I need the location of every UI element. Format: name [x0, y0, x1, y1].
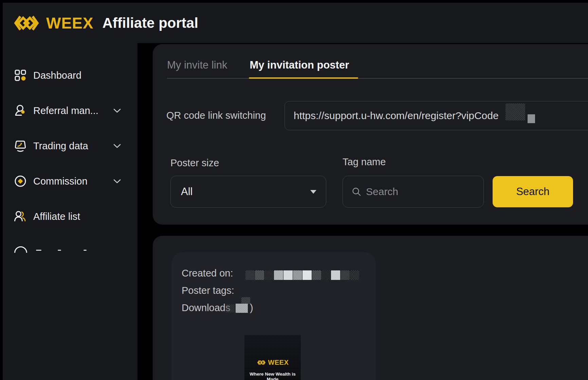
redacted-count-block-gray: [236, 304, 248, 313]
tab-my-invite-link[interactable]: My invite link: [167, 59, 227, 71]
poster-size-value: All: [181, 186, 310, 198]
partial-label-fragment: [36, 250, 41, 251]
app-header: WEEX Affiliate portal: [3, 3, 588, 43]
sidebar-item-label: Trading data: [33, 140, 113, 152]
sidebar-item-trading-data[interactable]: Trading data: [14, 137, 129, 155]
poster-tagline: Where New Wealth is Made: [244, 372, 301, 380]
redacted-count-blur: [226, 304, 235, 312]
tag-name-label: Tag name: [343, 156, 386, 168]
search-icon: [352, 187, 361, 196]
search-button[interactable]: Search: [493, 176, 573, 207]
poster-thumbnail[interactable]: WEEX Where New Wealth is Made: [244, 335, 301, 380]
tab-my-invitation-poster[interactable]: My invitation poster: [250, 59, 349, 71]
sidebar: Dashboard Referral man...: [3, 43, 137, 380]
sidebar-item-label: Affiliate list: [33, 211, 129, 222]
sidebar-item-partial[interactable]: [14, 246, 115, 253]
trading-monitor-icon: [14, 139, 27, 153]
partial-label-fragment: [58, 250, 61, 251]
sidebar-item-label: Dashboard: [33, 70, 129, 81]
sidebar-item-label: Commission: [33, 176, 113, 187]
referral-person-icon: [14, 104, 27, 117]
poster-tags-label: Poster tags:: [182, 285, 234, 296]
sidebar-item-dashboard[interactable]: Dashboard: [14, 66, 129, 84]
poster-controls-card: My invite link My invitation poster QR c…: [153, 44, 588, 225]
caret-down-icon: [310, 190, 316, 194]
partial-circle-icon: [14, 246, 27, 253]
weex-logo-icon: [257, 359, 266, 366]
tab-divider: [167, 78, 588, 79]
qr-link-input-wrap: [284, 101, 588, 130]
qr-link-label: QR code link switching: [166, 110, 266, 121]
tag-name-search-field: [343, 176, 484, 208]
sidebar-item-commission[interactable]: Commission: [14, 172, 129, 190]
brand-name: WEEX: [46, 14, 93, 32]
redacted-count-block-dark: [241, 297, 250, 304]
affiliate-portal-page: WEEX Affiliate portal Dashboard: [0, 0, 588, 380]
downloads-label: Downloads: [182, 302, 230, 314]
partial-label-fragment: [84, 250, 87, 251]
poster-size-label: Poster size: [170, 157, 219, 169]
poster-results-card: Created on: Poster tags: Downloads ): [153, 236, 588, 380]
tag-name-input[interactable]: [366, 186, 461, 197]
created-on-label: Created on:: [182, 268, 233, 279]
sidebar-item-label: Referral man...: [33, 105, 113, 116]
affiliate-people-icon: [14, 210, 27, 223]
poster-item-card: Created on: Poster tags: Downloads ): [171, 252, 376, 380]
commission-coin-icon: [14, 174, 27, 188]
page-title: Affiliate portal: [102, 15, 198, 31]
redacted-code-blur: [506, 103, 525, 120]
sidebar-item-affiliate-list[interactable]: Affiliate list: [14, 208, 129, 225]
chevron-down-icon: [113, 109, 121, 113]
active-tab-underline: [249, 77, 358, 79]
chevron-down-icon: [113, 179, 121, 184]
poster-size-select[interactable]: All: [170, 176, 326, 208]
poster-brand-text: WEEX: [268, 359, 289, 366]
dashboard-grid-icon: [14, 69, 27, 82]
sidebar-item-referral-management[interactable]: Referral man...: [14, 102, 129, 119]
redacted-date-mosaic: [245, 270, 359, 280]
tab-bar: My invite link My invitation poster: [167, 59, 349, 71]
redacted-code-block: [528, 114, 535, 123]
qr-link-input[interactable]: [285, 101, 588, 130]
chevron-down-icon: [113, 144, 121, 148]
weex-logo-icon: [12, 14, 41, 33]
downloads-paren: ): [250, 302, 253, 314]
